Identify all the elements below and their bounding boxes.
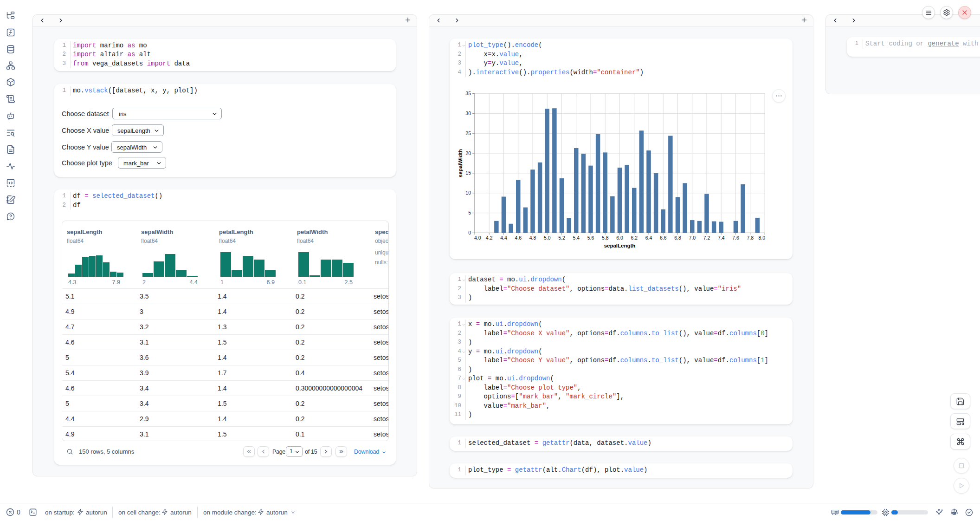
svg-text:5.8: 5.8: [602, 235, 609, 241]
svg-text:25: 25: [465, 130, 471, 136]
svg-text:7.4: 7.4: [718, 235, 725, 241]
svg-text:6.0: 6.0: [616, 235, 623, 241]
svg-text:0: 0: [468, 230, 471, 235]
svg-text:35: 35: [465, 91, 471, 96]
svg-text:6.4: 6.4: [645, 235, 652, 241]
svg-text:4.6: 4.6: [515, 235, 522, 241]
svg-text:5.0: 5.0: [544, 235, 551, 241]
svg-text:6.6: 6.6: [660, 235, 667, 241]
svg-text:5.4: 5.4: [573, 235, 580, 241]
svg-text:sepalLength: sepalLength: [604, 243, 636, 248]
svg-text:7.8: 7.8: [747, 235, 754, 241]
svg-text:4.2: 4.2: [486, 235, 493, 241]
svg-text:10: 10: [465, 190, 471, 195]
svg-text:4.0: 4.0: [474, 235, 481, 241]
svg-text:8.0: 8.0: [758, 235, 765, 241]
svg-text:5.2: 5.2: [558, 235, 565, 241]
svg-text:6.8: 6.8: [674, 235, 681, 241]
svg-text:20: 20: [465, 150, 471, 156]
svg-text:7.2: 7.2: [703, 235, 710, 241]
svg-text:5.6: 5.6: [587, 235, 594, 241]
svg-text:7.6: 7.6: [732, 235, 739, 241]
svg-text:7.0: 7.0: [689, 235, 696, 241]
svg-text:30: 30: [465, 111, 471, 116]
svg-text:sepalWidth: sepalWidth: [458, 149, 463, 177]
svg-text:4.4: 4.4: [500, 235, 507, 241]
svg-text:6.2: 6.2: [631, 235, 638, 241]
svg-text:15: 15: [465, 170, 471, 176]
svg-text:5: 5: [468, 210, 471, 215]
svg-text:4.8: 4.8: [529, 235, 536, 241]
